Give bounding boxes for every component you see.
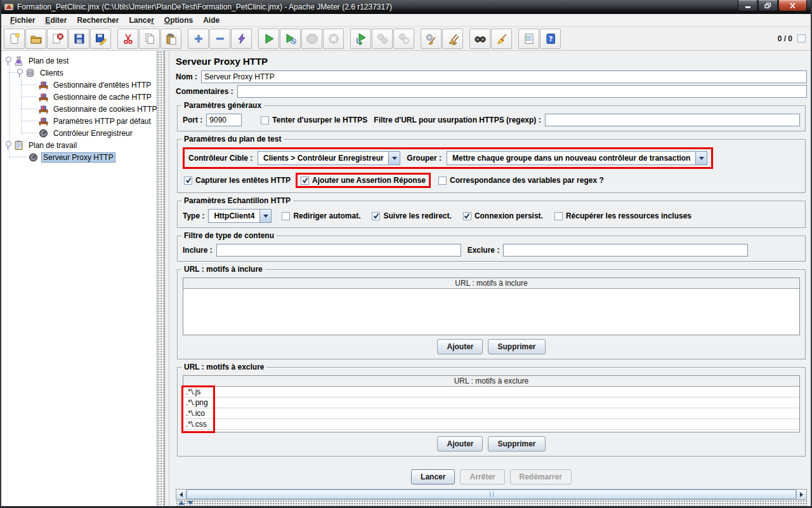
include-delete-button[interactable]: Supprimer [488,339,545,354]
keepalive-checkbox[interactable]: Connexion persist. [463,211,543,220]
follow-redirects-checkbox[interactable]: Suivre les redirect. [372,211,451,220]
expand-handle-icon[interactable] [16,69,22,77]
include-patterns-table[interactable]: URL : motifs à inclure [183,277,800,335]
scroll-right-arrow[interactable] [796,490,806,499]
horizontal-scrollbar[interactable] [176,489,807,500]
tree-node-clients[interactable]: Clients [16,67,65,79]
start-button[interactable] [258,29,279,49]
name-input[interactable] [201,70,807,83]
error-indicator[interactable] [797,34,806,43]
start-no-timers-button[interactable] [280,29,301,49]
sampler-type-combobox[interactable]: HttpClient4 [208,209,272,223]
workbench-icon [13,140,24,150]
stop-button[interactable] [301,29,322,49]
include-add-button[interactable]: Ajouter [437,339,483,354]
paste-button[interactable] [160,29,181,49]
exclude-pattern-row[interactable]: .*\.ico [183,408,799,419]
port-input[interactable] [206,114,242,126]
menu-options[interactable]: Options [159,15,198,26]
https-spoof-checkbox[interactable]: Tenter d'usurper le HTTPS [261,116,367,124]
https-filter-input[interactable] [545,114,800,126]
search-button[interactable] [469,29,490,49]
tree-node-label[interactable]: Gestionnaire d'entêtes HTTP [51,80,153,90]
close-file-button[interactable] [47,29,68,49]
new-file-button[interactable] [4,29,25,49]
tree-node-label[interactable]: Paramètres HTTP par défaut [51,116,153,126]
remove-button[interactable] [209,29,230,49]
add-assertion-checkbox[interactable]: Ajouter une Assertion Réponse [301,176,426,185]
tree-node-cookie-manager[interactable]: Gestionnaire de cookies HTTP [38,103,157,115]
tree-node-proxy-server[interactable]: Serveur Proxy HTTP [28,151,115,163]
tree-node-label[interactable]: Plan de travail [27,140,79,150]
include-patterns-empty-body[interactable] [183,289,799,335]
remote-shutdown-all-button[interactable] [393,29,414,49]
tree-node-label[interactable]: Plan de test [27,56,70,66]
menu-fichier[interactable]: Fichier [5,15,40,26]
save-as-button[interactable] [90,29,111,49]
exclude-filter-input[interactable] [503,244,748,257]
tree-node-test-plan[interactable]: Plan de test [5,55,70,67]
function-helper-button[interactable] [518,29,539,49]
tree-node-label[interactable]: Gestionnaire de cache HTTP [51,92,154,102]
chevron-down-icon[interactable] [259,210,271,222]
retrieve-resources-checkbox[interactable]: Récupérer les ressources incluses [554,211,691,220]
exclude-add-button[interactable]: Ajouter [437,436,483,451]
chevron-down-icon[interactable] [695,152,707,164]
tree-node-header-manager[interactable]: Gestionnaire d'entêtes HTTP [38,79,153,91]
copy-button[interactable] [139,29,160,49]
scrollbar-thumb[interactable] [187,490,796,499]
include-filter-input[interactable] [216,244,461,257]
chevron-down-icon[interactable] [388,152,400,164]
tree-node-recording-controller[interactable]: Contrôleur Enregistreur [38,127,134,139]
auto-redirect-checkbox[interactable]: Rediriger automat. [282,211,360,220]
content-type-filter-group: Filtre de type de contenu Inclure : Excl… [177,236,806,262]
tree-node-label[interactable]: Clients [38,68,65,78]
tree-node-label[interactable]: Contrôleur Enregistreur [51,128,134,138]
remote-stop-all-button[interactable] [372,29,393,49]
tree-node-workbench[interactable]: Plan de travail [5,139,79,151]
close-button[interactable] [778,0,807,11]
restart-proxy-button[interactable]: Redémarrer [510,469,572,485]
divider-down-icon[interactable] [187,501,193,505]
expand-handle-icon[interactable] [5,57,11,65]
tree-node-label[interactable]: Gestionnaire de cookies HTTP [51,104,157,114]
comments-input[interactable] [237,85,807,98]
add-button[interactable] [188,29,209,49]
save-button[interactable] [69,29,89,49]
start-proxy-button[interactable]: Lancer [411,469,455,485]
help-button[interactable]: ? [540,29,561,49]
exclude-pattern-row[interactable]: .*\.png [183,398,799,408]
menu-editer[interactable]: Editer [40,15,72,26]
stop-proxy-button[interactable]: Arrêter [460,469,504,485]
capture-headers-checkbox[interactable]: Capturer les entêtes HTTP [184,176,291,185]
clear-button[interactable] [421,29,442,49]
tree-node-label-selected[interactable]: Serveur Proxy HTTP [41,152,115,163]
log-panel-divider[interactable] [176,500,807,506]
tree-vertical-scrollbar[interactable] [157,51,165,506]
menu-rechercher[interactable]: Rechercher [72,15,124,26]
toggle-button[interactable] [231,29,252,49]
divider-up-icon[interactable] [178,501,185,505]
restore-button[interactable] [758,0,778,11]
cut-button[interactable] [117,29,138,49]
exclude-pattern-row[interactable]: .*\.js [183,387,799,398]
open-template-button[interactable] [25,29,46,49]
regex-match-checkbox[interactable]: Correspondance des variables par regex ? [438,176,604,185]
exclude-delete-button[interactable]: Supprimer [488,436,545,451]
scroll-left-arrow[interactable] [176,490,187,499]
clear-all-button[interactable] [442,29,463,49]
expand-handle-icon[interactable] [5,141,11,150]
remote-start-all-button[interactable] [350,29,371,49]
grouping-combobox[interactable]: Mettre chaque groupe dans un nouveau con… [447,151,707,165]
tree-node-cache-manager[interactable]: Gestionnaire de cache HTTP [38,91,154,103]
panel-splitter[interactable] [165,51,169,506]
exclude-pattern-row[interactable]: .*\.css [183,419,799,430]
menu-lancer[interactable]: Lancer [124,15,159,26]
shutdown-button[interactable] [323,29,344,49]
target-controller-combobox[interactable]: Clients > Contrôleur Enregistreur [258,151,400,165]
search-reset-button[interactable] [491,29,512,49]
menu-aide[interactable]: Aide [198,15,225,26]
exclude-patterns-table[interactable]: URL : motifs à exclure .*\.js .*\.png .*… [183,375,800,432]
tree-node-http-defaults[interactable]: Paramètres HTTP par défaut [38,115,153,127]
minimize-button[interactable] [738,0,757,11]
